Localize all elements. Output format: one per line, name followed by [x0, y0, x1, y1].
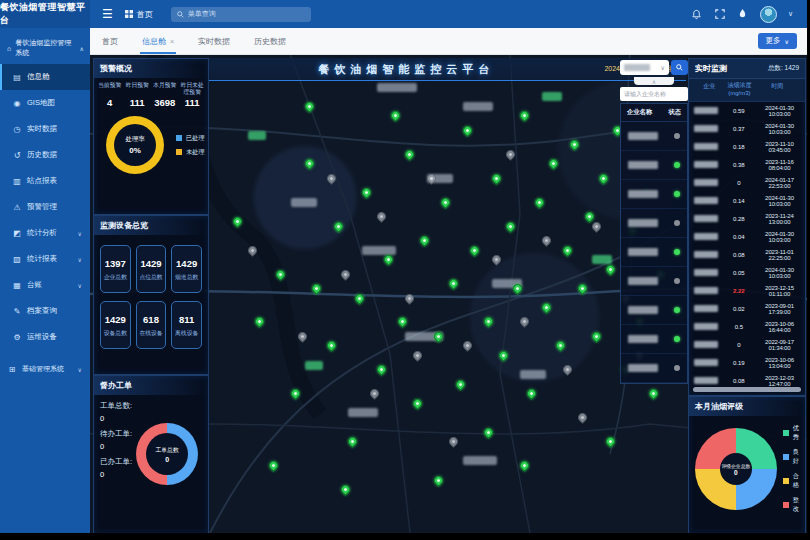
realtime-monitor-panel: 实时监测 总数: 1429 企业 油烟浓度(mg/m3) 时间 0.592024…: [688, 58, 806, 396]
realtime-row[interactable]: 0.042024-01-30 10:03:00: [689, 228, 805, 246]
sidebar-item-站点报表[interactable]: ▥站点报表: [0, 168, 90, 194]
breadcrumb[interactable]: 首页: [125, 9, 153, 20]
close-icon[interactable]: ×: [170, 38, 174, 45]
realtime-row[interactable]: 0.052024-01-30 10:03:00: [689, 264, 805, 282]
horizontal-scrollbar[interactable]: [693, 387, 801, 392]
tab-信息舱[interactable]: 信息舱×: [130, 28, 186, 54]
time-cell: 2024-01-17 22:53:00: [754, 177, 805, 189]
enterprise-row[interactable]: [621, 151, 687, 180]
collapse-toggle[interactable]: ∧: [634, 77, 674, 85]
fullscreen-icon[interactable]: [714, 8, 726, 20]
realtime-row[interactable]: 02022-09-17 01:34:00: [689, 336, 805, 354]
enterprise-name-input[interactable]: 请输入企业名称: [620, 87, 688, 101]
enterprise-name-redacted: [628, 161, 658, 169]
realtime-row[interactable]: 0.282023-11-24 13:00:00: [689, 210, 805, 228]
workorder-stat: 已办工单:0: [100, 457, 132, 479]
tab-实时数据[interactable]: 实时数据: [186, 28, 242, 54]
time-cell: 2024-01-30 10:03:00: [754, 123, 805, 135]
workorder-donut: 工单总数 0: [136, 423, 198, 485]
sidebar-item-档案查询[interactable]: ✎档案查询: [0, 298, 90, 324]
realtime-row[interactable]: 0.182023-11-10 03:45:00: [689, 138, 805, 156]
enterprise-name-redacted: [694, 323, 718, 330]
realtime-row[interactable]: 02024-01-17 22:53:00: [689, 174, 805, 192]
enterprise-cell: [689, 251, 724, 258]
search-icon: [676, 64, 683, 71]
realtime-row[interactable]: 0.52023-10-06 16:44:00: [689, 318, 805, 336]
realtime-row[interactable]: 0.372024-01-30 10:03:00: [689, 120, 805, 138]
concentration-cell: 0.28: [724, 216, 754, 222]
legend-item-未处理: 未处理: [176, 148, 205, 157]
dashboard-title: 餐饮油烟智能监控云平台: [208, 62, 604, 77]
hamburger-menu-icon[interactable]: ☰: [102, 7, 113, 21]
enterprise-cell: [689, 125, 724, 132]
realtime-row[interactable]: 0.592024-01-30 10:03:00: [689, 102, 805, 120]
notification-icon[interactable]: [691, 8, 703, 20]
sidebar-group-restaurant-system[interactable]: ⌂ 餐饮油烟监控管理系统 ∧: [0, 28, 90, 64]
stat-value: 4: [96, 97, 124, 108]
realtime-row[interactable]: 0.382023-11-16 08:04:00: [689, 156, 805, 174]
enterprise-row[interactable]: [621, 238, 687, 267]
enterprise-search-button[interactable]: [671, 60, 688, 75]
status-dot-offline: [674, 365, 680, 371]
time-cell: 2024-01-30 10:03:00: [754, 105, 805, 117]
menu-search-input[interactable]: 菜单查询: [171, 7, 311, 22]
theme-icon[interactable]: [737, 8, 749, 20]
realtime-row[interactable]: 0.022023-09-01 17:39:00: [689, 300, 805, 318]
sidebar-item-历史数据[interactable]: ↺历史数据: [0, 142, 90, 168]
tab-历史数据[interactable]: 历史数据: [242, 28, 298, 54]
sidebar-item-预警管理[interactable]: ⚠预警管理: [0, 194, 90, 220]
stat-value: 1397: [101, 258, 130, 269]
sidebar-item-统计报表[interactable]: ▧统计报表∨: [0, 246, 90, 272]
sidebar-item-label: 统计分析: [27, 228, 57, 238]
legend-item-良好: 良好: [783, 448, 805, 466]
enterprise-cell: [689, 215, 724, 222]
enterprise-row[interactable]: [621, 122, 687, 151]
time-cell: 2023-11-24 13:00:00: [754, 213, 805, 225]
chevron-down-icon[interactable]: ∨: [788, 10, 793, 18]
region-select[interactable]: ∨: [620, 60, 669, 75]
realtime-row[interactable]: 0.142024-01-30 10:03:00: [689, 192, 805, 210]
enterprise-row[interactable]: [621, 209, 687, 238]
enterprise-cell: [689, 107, 724, 114]
enterprise-row[interactable]: [621, 325, 687, 354]
enterprise-row[interactable]: [621, 267, 687, 296]
dashboard-content: 餐饮油烟智能监控云平台 2024/1/30 10:03 星期二 预警概况 当前预…: [90, 54, 807, 533]
enterprise-row[interactable]: [621, 296, 687, 325]
concentration-cell: 0.19: [724, 360, 754, 366]
enterprise-name-redacted: [628, 190, 658, 198]
status-dot-online: [674, 191, 680, 197]
sidebar-item-GIS地图[interactable]: ◉GIS地图: [0, 90, 90, 116]
avatar[interactable]: [760, 6, 777, 23]
device-stat-设备总数: 1429设备总数: [100, 301, 131, 349]
legend-swatch: [176, 135, 182, 141]
clock-icon: ◷: [12, 125, 22, 134]
sidebar-item-台账[interactable]: ▦台账∨: [0, 272, 90, 298]
sidebar-item-基础管理系统[interactable]: ⊞基础管理系统∨: [0, 356, 90, 382]
panel-title: 督办工单: [94, 376, 208, 395]
workorder-stats: 工单总数:0待办工单:0已办工单:0: [100, 401, 132, 485]
rating-legend: 优秀良好合格整改: [783, 424, 805, 514]
tab-首页[interactable]: 首页: [90, 28, 130, 54]
map-label-redacted: [542, 92, 562, 101]
sidebar-item-统计分析[interactable]: ◩统计分析∨: [0, 220, 90, 246]
realtime-row[interactable]: 0.192023-10-06 13:04:00: [689, 354, 805, 372]
enterprise-row[interactable]: [621, 180, 687, 209]
enterprise-name-redacted: [628, 248, 658, 256]
more-button[interactable]: 更多 ∨: [758, 33, 797, 49]
realtime-row[interactable]: 2.222023-12-15 01:11:00: [689, 282, 805, 300]
legend-label: 已处理: [186, 134, 205, 143]
sidebar-item-信息舱[interactable]: ▤信息舱: [0, 64, 90, 90]
enterprise-row[interactable]: [621, 354, 687, 383]
status-dot-offline: [674, 133, 680, 139]
realtime-row[interactable]: 0.082023-11-01 22:25:00: [689, 246, 805, 264]
map-label-redacted: [463, 456, 497, 465]
sidebar-item-运维设备[interactable]: ⚙运维设备: [0, 324, 90, 350]
warning-stat: 当前预警4: [96, 82, 124, 108]
enterprise-name-redacted: [694, 287, 718, 294]
sidebar-item-实时数据[interactable]: ◷实时数据: [0, 116, 90, 142]
enterprise-name-redacted: [694, 359, 718, 366]
map-label-redacted: [348, 408, 378, 417]
time-cell: 2023-12-03 12:47:00: [754, 375, 805, 387]
stat-value: 3698: [151, 97, 179, 108]
concentration-cell: 0.02: [724, 306, 754, 312]
